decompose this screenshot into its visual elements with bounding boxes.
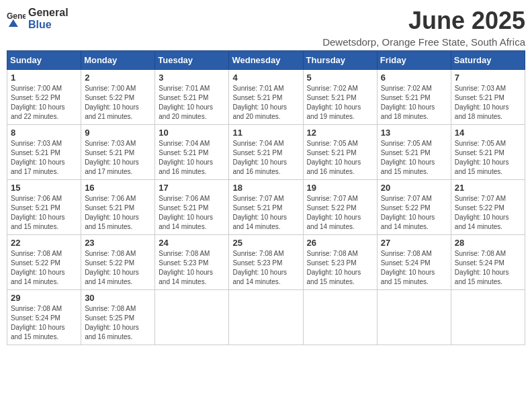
day-info: Sunrise: 7:08 AMSunset: 5:22 PMDaylight:… [85,249,151,287]
day-info: Sunrise: 7:03 AMSunset: 5:21 PMDaylight:… [11,139,77,177]
day-13: 13 Sunrise: 7:05 AMSunset: 5:21 PMDaylig… [377,125,451,180]
day-23: 23 Sunrise: 7:08 AMSunset: 5:22 PMDaylig… [81,235,155,290]
day-info: Sunrise: 7:05 AMSunset: 5:21 PMDaylight:… [307,139,373,177]
logo-icon: General [7,9,26,28]
header-wednesday: Wednesday [229,51,303,70]
day-info: Sunrise: 7:02 AMSunset: 5:21 PMDaylight:… [307,84,373,122]
day-8: 8 Sunrise: 7:03 AMSunset: 5:21 PMDayligh… [7,125,81,180]
day-info: Sunrise: 7:00 AMSunset: 5:22 PMDaylight:… [11,84,77,122]
day-info: Sunrise: 7:08 AMSunset: 5:23 PMDaylight:… [232,249,299,287]
day-14: 14 Sunrise: 7:05 AMSunset: 5:21 PMDaylig… [451,125,525,180]
day-info: Sunrise: 7:06 AMSunset: 5:21 PMDaylight:… [11,194,77,232]
empty-cell [155,290,229,345]
day-3: 3 Sunrise: 7:01 AMSunset: 5:21 PMDayligh… [155,70,229,125]
day-27: 27 Sunrise: 7:08 AMSunset: 5:24 PMDaylig… [377,235,451,290]
day-info: Sunrise: 7:08 AMSunset: 5:22 PMDaylight:… [11,249,77,287]
day-number: 21 [455,183,521,193]
day-9: 9 Sunrise: 7:03 AMSunset: 5:21 PMDayligh… [81,125,155,180]
day-number: 23 [85,238,151,248]
day-info: Sunrise: 7:06 AMSunset: 5:21 PMDaylight:… [85,194,151,232]
day-info: Sunrise: 7:08 AMSunset: 5:24 PMDaylight:… [381,249,447,287]
header-thursday: Thursday [303,51,377,70]
day-29: 29 Sunrise: 7:08 AMSunset: 5:24 PMDaylig… [7,290,81,345]
week-row-4: 22 Sunrise: 7:08 AMSunset: 5:22 PMDaylig… [7,235,525,290]
day-number: 13 [381,128,447,138]
day-6: 6 Sunrise: 7:02 AMSunset: 5:21 PMDayligh… [377,70,451,125]
title-area: June 2025 Dewetsdorp, Orange Free State,… [322,7,525,48]
calendar-title: June 2025 [322,7,525,35]
day-number: 19 [307,183,373,193]
day-number: 1 [11,73,77,83]
empty-cell [303,290,377,345]
weekday-header-row: Sunday Monday Tuesday Wednesday Thursday… [7,51,525,70]
day-info: Sunrise: 7:07 AMSunset: 5:21 PMDaylight:… [232,194,299,232]
empty-cell [377,290,451,345]
day-info: Sunrise: 7:08 AMSunset: 5:24 PMDaylight:… [455,249,521,287]
week-row-3: 15 Sunrise: 7:06 AMSunset: 5:21 PMDaylig… [7,180,525,235]
header-monday: Monday [81,51,155,70]
day-info: Sunrise: 7:07 AMSunset: 5:22 PMDaylight:… [307,194,373,232]
day-number: 11 [232,128,299,138]
day-info: Sunrise: 7:08 AMSunset: 5:24 PMDaylight:… [11,304,77,342]
day-22: 22 Sunrise: 7:08 AMSunset: 5:22 PMDaylig… [7,235,81,290]
day-info: Sunrise: 7:01 AMSunset: 5:21 PMDaylight:… [159,84,225,122]
day-info: Sunrise: 7:03 AMSunset: 5:21 PMDaylight:… [85,139,151,177]
day-info: Sunrise: 7:07 AMSunset: 5:22 PMDaylight:… [381,194,447,232]
day-number: 27 [381,238,447,248]
day-info: Sunrise: 7:02 AMSunset: 5:21 PMDaylight:… [381,84,447,122]
day-25: 25 Sunrise: 7:08 AMSunset: 5:23 PMDaylig… [229,235,303,290]
week-row-2: 8 Sunrise: 7:03 AMSunset: 5:21 PMDayligh… [7,125,525,180]
day-15: 15 Sunrise: 7:06 AMSunset: 5:21 PMDaylig… [7,180,81,235]
logo: General General Blue [7,7,69,31]
day-16: 16 Sunrise: 7:06 AMSunset: 5:21 PMDaylig… [81,180,155,235]
day-info: Sunrise: 7:08 AMSunset: 5:25 PMDaylight:… [85,304,151,342]
day-number: 24 [159,238,225,248]
day-7: 7 Sunrise: 7:03 AMSunset: 5:21 PMDayligh… [451,70,525,125]
day-info: Sunrise: 7:01 AMSunset: 5:21 PMDaylight:… [232,84,299,122]
day-28: 28 Sunrise: 7:08 AMSunset: 5:24 PMDaylig… [451,235,525,290]
day-number: 29 [11,293,77,303]
day-number: 9 [85,128,151,138]
header-sunday: Sunday [7,51,81,70]
header-friday: Friday [377,51,451,70]
day-number: 22 [11,238,77,248]
day-number: 10 [159,128,225,138]
logo-general: General [28,7,69,18]
day-info: Sunrise: 7:05 AMSunset: 5:21 PMDaylight:… [381,139,447,177]
day-number: 14 [455,128,521,138]
day-info: Sunrise: 7:05 AMSunset: 5:21 PMDaylight:… [455,139,521,177]
day-number: 16 [85,183,151,193]
day-number: 12 [307,128,373,138]
day-number: 8 [11,128,77,138]
empty-cell [229,290,303,345]
day-number: 3 [159,73,225,83]
day-info: Sunrise: 7:06 AMSunset: 5:21 PMDaylight:… [159,194,225,232]
day-number: 18 [232,183,299,193]
day-number: 30 [85,293,151,303]
day-number: 15 [11,183,77,193]
day-11: 11 Sunrise: 7:04 AMSunset: 5:21 PMDaylig… [229,125,303,180]
day-number: 7 [455,73,521,83]
day-10: 10 Sunrise: 7:04 AMSunset: 5:21 PMDaylig… [155,125,229,180]
day-number: 5 [307,73,373,83]
day-1: 1 Sunrise: 7:00 AMSunset: 5:22 PMDayligh… [7,70,81,125]
page-header: General General Blue June 2025 Dewetsdor… [7,7,525,48]
day-18: 18 Sunrise: 7:07 AMSunset: 5:21 PMDaylig… [229,180,303,235]
day-19: 19 Sunrise: 7:07 AMSunset: 5:22 PMDaylig… [303,180,377,235]
day-info: Sunrise: 7:08 AMSunset: 5:23 PMDaylight:… [159,249,225,287]
day-number: 25 [232,238,299,248]
day-24: 24 Sunrise: 7:08 AMSunset: 5:23 PMDaylig… [155,235,229,290]
day-2: 2 Sunrise: 7:00 AMSunset: 5:22 PMDayligh… [81,70,155,125]
logo-blue: Blue [28,19,52,30]
day-info: Sunrise: 7:03 AMSunset: 5:21 PMDaylight:… [455,84,521,122]
day-number: 28 [455,238,521,248]
day-info: Sunrise: 7:04 AMSunset: 5:21 PMDaylight:… [232,139,299,177]
day-26: 26 Sunrise: 7:08 AMSunset: 5:23 PMDaylig… [303,235,377,290]
header-tuesday: Tuesday [155,51,229,70]
header-saturday: Saturday [451,51,525,70]
day-number: 6 [381,73,447,83]
day-number: 17 [159,183,225,193]
day-5: 5 Sunrise: 7:02 AMSunset: 5:21 PMDayligh… [303,70,377,125]
logo-text: General Blue [28,7,69,31]
day-12: 12 Sunrise: 7:05 AMSunset: 5:21 PMDaylig… [303,125,377,180]
